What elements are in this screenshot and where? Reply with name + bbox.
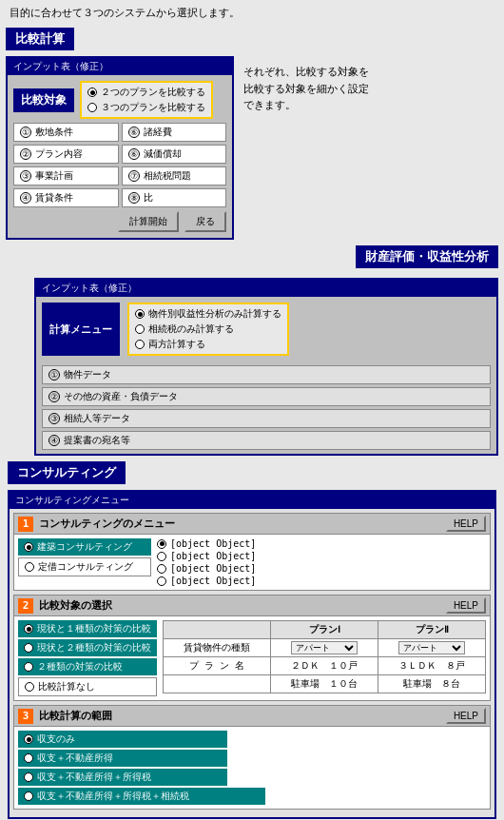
hikaku-section: 比較計算 インプット表（修正） 比較対象 ２つのプランを比較する (0, 28, 504, 240)
zaisan-circle-4: ④ (48, 435, 60, 446)
hikaku-bottom-buttons: 計算開始 戻る (13, 211, 226, 232)
keisan-options: 物件別収益性分析のみ計算する 相続税のみ計算する 両方計算する (127, 303, 289, 356)
keisan-option-2[interactable]: 相続税のみ計算する (135, 322, 281, 336)
section3-list: 収支のみ 収支＋不動産所得 収支＋不動産所得＋所得税 収支＋不動産所得 (18, 731, 486, 805)
hikaku-left-panel: インプット表（修正） 比較対象 ２つのプランを比較する ３つのプラ (6, 56, 234, 240)
keisan-option-1[interactable]: 物件別収益性分析のみ計算する (135, 307, 281, 321)
s1-right-4[interactable]: [object Object] (157, 576, 486, 586)
s2-radio-2[interactable] (24, 643, 33, 653)
intro-section: 目的に合わせて３つのシステムから選択します。 (0, 0, 504, 28)
section2-item-2[interactable]: 現状と２種類の対策の比較 (18, 639, 157, 656)
consulting-section: コンサルティング コンサルティングメニュー 1 コンサルティングのメニュー HE… (0, 461, 504, 819)
zaisan-window: インプット表（修正） 計算メニュー 物件別収益性分析のみ計算する 相続税のみ計算… (34, 278, 498, 456)
check-circle-4: ⑥ (128, 148, 140, 160)
check-circle-3: ② (20, 148, 31, 160)
section3-item-3[interactable]: 収支＋不動産所得＋所得税 (18, 769, 227, 786)
plan-row-2: プ ラ ン 名 ２ＤＫ １０戸 ３ＬＤＫ ８戸 (164, 657, 486, 675)
check-circle-2: ⑥ (128, 127, 140, 138)
consulting-window: コンサルティングメニュー 1 コンサルティングのメニュー HELP 建築コンサル… (8, 490, 496, 819)
s1-right-2[interactable]: [object Object] (157, 551, 486, 561)
plan-select-1[interactable]: アパート (291, 641, 358, 654)
s3-radio-2[interactable] (24, 753, 33, 763)
plan-row-1-plan2[interactable]: アパート (378, 639, 486, 657)
check-item-3: ② プラン内容 (13, 145, 119, 164)
section2-help-button[interactable]: HELP (446, 597, 486, 614)
section3-item-2[interactable]: 収支＋不動産所得 (18, 750, 227, 767)
section1-item-1[interactable]: 建築コンサルティング (18, 538, 151, 556)
hikaku-back-button[interactable]: 戻る (184, 211, 226, 232)
s1r-radio-1[interactable] (157, 539, 166, 549)
section2-title: 比較対象の選択 (39, 598, 440, 613)
plan-row-2-label: プ ラ ン 名 (164, 657, 271, 675)
hikaku-label: 比較計算 (6, 28, 74, 50)
s1r-radio-2[interactable] (157, 552, 166, 561)
consulting-title-bar: コンサルティングメニュー (10, 492, 494, 509)
plan-select-2[interactable]: アパート (398, 641, 465, 654)
plan-row-3-plan2: 駐車場 ８台 (378, 675, 486, 693)
s1-right-1[interactable]: [object Object] (157, 538, 486, 549)
section3-help-button[interactable]: HELP (446, 708, 486, 724)
section2-left: 現状と１種類の対策の比較 現状と２種類の対策の比較 ２種類の対策の比較 (18, 620, 157, 696)
keisan-radio-3[interactable] (135, 340, 145, 349)
check-item-1: ① 敷地条件 (13, 123, 119, 142)
zaisan-check-3: ③ 相続人等データ (42, 409, 491, 428)
section1-title: コンサルティングのメニュー (39, 517, 440, 531)
s3-radio-1[interactable] (24, 734, 33, 744)
s1-radio-2[interactable] (25, 562, 34, 572)
section2-item-4[interactable]: 比較計算なし (18, 677, 157, 696)
keisan-radio-1[interactable] (135, 309, 145, 319)
hikaku-desc-text: それぞれ、比較する対象を比較する対象を細かく設定できます。 (243, 66, 369, 111)
section3-item-4[interactable]: 収支＋不動産所得＋所得税＋相続税 (18, 788, 265, 805)
hikaku-description: それぞれ、比較する対象を比較する対象を細かく設定できます。 (243, 56, 498, 240)
check-circle-1: ① (20, 127, 31, 138)
s2-radio-1[interactable] (24, 624, 33, 634)
check-item-7: ④ 賃貸条件 (13, 188, 119, 207)
radio-option-2[interactable] (87, 103, 97, 112)
s3-radio-4[interactable] (24, 791, 33, 801)
zaisan-window-body: 計算メニュー 物件別収益性分析のみ計算する 相続税のみ計算する 両方計算する (36, 297, 496, 361)
keisan-option-3[interactable]: 両方計算する (135, 338, 281, 351)
consulting-section-3: 3 比較計算の範囲 HELP 収支のみ 収支＋不動産所得 (13, 705, 491, 810)
hikaku-window: インプット表（修正） 比較対象 ２つのプランを比較する ３つのプラ (6, 56, 234, 240)
s1-right-3[interactable]: [object Object] (157, 563, 486, 574)
zaisan-checklist: ① 物件データ ② その他の資産・負債データ ③ 相続人等データ ④ 提案書の宛… (36, 361, 496, 454)
check-item-4: ⑥ 減価償却 (122, 145, 227, 164)
section1-help-button[interactable]: HELP (446, 516, 486, 532)
section2-item-1[interactable]: 現状と１種類の対策の比較 (18, 620, 157, 637)
s1r-radio-3[interactable] (157, 564, 166, 574)
hikaku-taisho-label: 比較対象 (13, 88, 74, 112)
hikaku-option-1[interactable]: ２つのプランを比較する (87, 86, 205, 99)
s1-radio-1[interactable] (24, 542, 33, 552)
check-circle-8: ⑧ (128, 192, 140, 204)
hikaku-taisho-row: 比較対象 ２つのプランを比較する ３つのプランを比較する (13, 81, 226, 119)
zaisan-circle-2: ② (48, 391, 60, 402)
consulting-label: コンサルティング (8, 461, 126, 484)
s3-radio-3[interactable] (24, 772, 33, 782)
hikaku-option-2[interactable]: ３つのプランを比較する (87, 101, 205, 114)
section2-item-3[interactable]: ２種類の対策の比較 (18, 658, 157, 675)
zaisan-section: 財産評価・収益性分析 インプット表（修正） 計算メニュー 物件別収益性分析のみ計… (0, 245, 504, 456)
plan-table: プランⅠ プランⅡ 賃貸物件の種類 アパート (163, 620, 486, 693)
section2-header: 2 比較対象の選択 HELP (14, 595, 490, 616)
plan-row-3-label (164, 675, 271, 693)
s1r-radio-4[interactable] (157, 576, 166, 586)
s2-radio-4[interactable] (25, 682, 34, 692)
section1-header: 1 コンサルティングのメニュー HELP (14, 514, 490, 535)
zaisan-check-1: ① 物件データ (42, 365, 491, 384)
section2-right: プランⅠ プランⅡ 賃貸物件の種類 アパート (163, 620, 486, 696)
radio-option-1[interactable] (87, 88, 97, 97)
section3-item-1[interactable]: 収支のみ (18, 731, 227, 748)
section1-item-2[interactable]: 定借コンサルティング (18, 557, 151, 576)
keisan-kaishi-button[interactable]: 計算開始 (118, 211, 179, 232)
consulting-section-2: 2 比較対象の選択 HELP 現状と１種類の対策の比較 現状と２種類の対策の比較 (13, 595, 491, 701)
section3-body: 収支のみ 収支＋不動産所得 収支＋不動産所得＋所得税 収支＋不動産所得 (14, 727, 490, 809)
keisan-radio-2[interactable] (135, 324, 145, 334)
section1-body: 建築コンサルティング 定借コンサルティング [object Object] (14, 535, 490, 590)
hikaku-options: ２つのプランを比較する ３つのプランを比較する (80, 81, 213, 119)
hikaku-window-title: インプット表（修正） (8, 58, 232, 75)
s2-radio-3[interactable] (24, 662, 33, 672)
zaisan-check-2: ② その他の資産・負債データ (42, 387, 491, 406)
plan-row-1-label: 賃貸物件の種類 (164, 639, 271, 657)
section1-right-list: [object Object] [object Object] [object … (157, 538, 486, 586)
plan-row-1-plan1[interactable]: アパート (271, 639, 378, 657)
